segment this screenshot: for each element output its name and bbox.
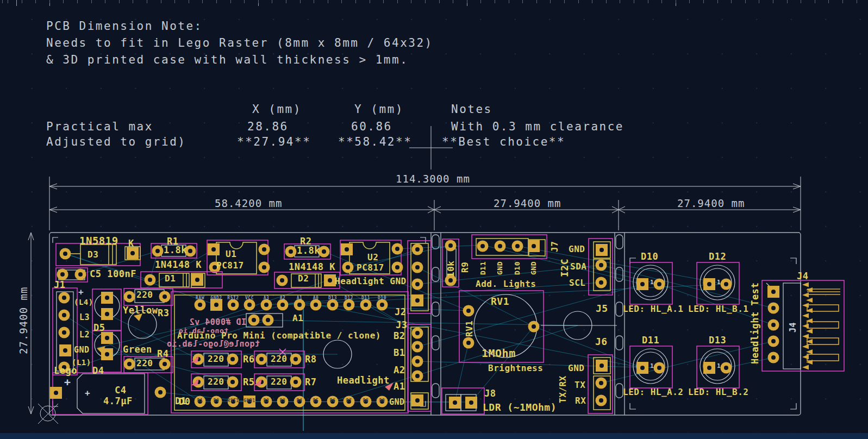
table-row-label: Practical max <box>46 120 153 133</box>
silk-label-u1: U1 <box>226 250 236 259</box>
silk-label-10k: 10k <box>447 261 455 277</box>
silk-label-led-hl-a-2: LED: HL_A.2 <box>623 388 683 397</box>
silk-label-d13: D13 <box>328 296 337 300</box>
silk-label-sda: SDA <box>570 262 586 271</box>
silk-label-220: 220 <box>208 378 224 386</box>
silk-label-220: 220 <box>271 355 287 363</box>
silk-label-rx: RX <box>575 397 586 405</box>
pcb-editor-canvas[interactable]: PCB Dimension Note: Needs to fit in Lego… <box>0 0 868 439</box>
silk-label-b2: B2 <box>394 331 405 341</box>
silk-label-1: 1 <box>650 363 654 369</box>
silk-label-d10: D10 <box>378 296 386 300</box>
silk-label-led-hl-b-1: LED: HL_B.1 <box>688 305 748 313</box>
silk-label-green: Green <box>123 345 152 354</box>
silk-label-d11: D11 <box>361 296 370 300</box>
silk-label-d1: D1 <box>165 274 176 283</box>
silk-label-rst2: RST2 <box>227 296 239 300</box>
silk-label-1n5819: 1N5819 <box>79 236 118 246</box>
silk-label-220: 220 <box>136 359 153 368</box>
silk-label-a1: A1 <box>297 296 303 300</box>
silk-label-j2: J2 <box>395 308 406 317</box>
silk-label-d3: D3 <box>88 250 98 259</box>
silk-label-d8: D8 <box>363 399 369 403</box>
silk-label-r4: R4 <box>157 349 168 359</box>
component-j7[interactable] <box>472 235 547 259</box>
table-header-notes: Notes <box>451 103 492 116</box>
component-j6-txrx[interactable] <box>588 355 613 413</box>
silk-label-d4: D4 <box>297 399 303 403</box>
silk-label-d2: D2 <box>264 399 270 403</box>
bottom-bar <box>0 433 868 439</box>
silk-label-a1: A1 <box>394 382 405 391</box>
silk-label-220: 220 <box>208 355 224 363</box>
silk-label-r6: R6 <box>243 355 254 364</box>
silk-label-220: 220 <box>271 378 287 386</box>
silk-label-l2: L2 <box>79 331 90 339</box>
silk-label-gnd: GND <box>496 261 503 275</box>
table-header-y: Y (mm) <box>354 103 404 116</box>
silk-label-4-7-f: 4.7µF <box>103 397 133 406</box>
table-cell: **27.94** <box>237 135 311 148</box>
silk-label-j1: J1 <box>54 280 65 290</box>
silk-label-rv1: RV1 <box>491 297 509 306</box>
table-cell: **Best choice** <box>442 135 565 148</box>
silk-label-pc817: PC817 <box>357 264 384 272</box>
component-j3[interactable] <box>408 324 431 411</box>
silk-label-1-8k: 1.8k <box>297 246 320 255</box>
silk-label-r8: R8 <box>305 355 316 364</box>
dimension-board-height: 27.9400 mm <box>17 287 29 354</box>
silk-label-a2: A2 <box>280 296 286 300</box>
silk-label-j8: J8 <box>484 389 496 398</box>
table-row-label: Adjusted to grid) <box>46 135 186 148</box>
silk-label-gnd: GND <box>568 364 584 373</box>
silk-label-vcc: VCC <box>245 296 254 300</box>
note-line-3: & 3D printed case with wall thickness > … <box>46 53 408 66</box>
note-line-2: Needs to fit in Lego Raster (8mm x 8mm /… <box>46 36 433 49</box>
silk-label-d1: D1 <box>197 399 203 403</box>
silk-label-r5: R5 <box>243 378 254 387</box>
dimension-section-mid: 27.9400 mm <box>494 197 561 209</box>
component-j4-headlight-test[interactable] <box>762 280 844 371</box>
silk-label-1: 1 <box>717 279 721 285</box>
silk-label-led-hl-a-1: LED: HL_A.1 <box>623 305 683 313</box>
silk-label-d13: D13 <box>709 336 726 345</box>
component-arduino-pro-mini[interactable] <box>171 292 408 413</box>
silk-label-d10: D10 <box>514 261 521 275</box>
component-d1[interactable] <box>141 272 222 288</box>
silk-label-r7: R7 <box>305 378 316 387</box>
silk-label-: + <box>78 288 84 297</box>
table-cell: 60.86 <box>351 120 392 133</box>
silk-label-1n4148-k: 1N4148 K <box>289 262 335 272</box>
silk-label-d5: D5 <box>93 323 105 333</box>
component-j5-i2c[interactable] <box>589 239 613 295</box>
silk-label-l4: (L4) <box>74 298 93 306</box>
silk-label-a1: A1 <box>292 314 303 323</box>
silk-label-led-hl-b-2: LED: HL_B.2 <box>688 388 748 397</box>
silk-label-c5-100nf: C5 100nF <box>90 269 136 279</box>
silk-label-c4: C4 <box>115 386 126 395</box>
silk-label-gnd: GND <box>569 245 585 254</box>
silk-label-k: K <box>128 239 134 248</box>
silk-label-yellow: Yellow <box>123 306 158 315</box>
silk-label-: + <box>64 377 71 387</box>
silk-label-1: 1 <box>650 279 654 285</box>
silk-label-l3: L3 <box>79 313 90 322</box>
silk-label-1: 1 <box>717 363 721 369</box>
silk-label-u2: U2 <box>367 253 378 262</box>
dimension-section-left: 58.4200 mm <box>215 197 282 209</box>
silk-label-scl: SCL <box>569 279 585 287</box>
silk-label-j7: J7 <box>551 241 559 252</box>
silk-label-j5: J5 <box>596 304 608 313</box>
silk-label-d11: D11 <box>479 261 486 275</box>
silk-label-d12: D12 <box>709 252 726 261</box>
silk-label-j6: J6 <box>595 337 608 347</box>
dimension-section-right: 27.9400 mm <box>677 197 745 209</box>
component-j8-ldr[interactable] <box>442 388 484 414</box>
silk-label-id-0004-v2: ID #0004 v2 <box>189 318 246 327</box>
table-cell: With 0.3 mm clearance <box>451 120 624 133</box>
silk-label-add-lights: Add. Lights <box>476 280 536 289</box>
silk-label-headlight-test: Headlight Test <box>751 283 760 364</box>
component-j2[interactable] <box>408 241 431 313</box>
silk-label-brightness: Brightness <box>488 364 543 373</box>
silk-label-220: 220 <box>136 291 153 299</box>
